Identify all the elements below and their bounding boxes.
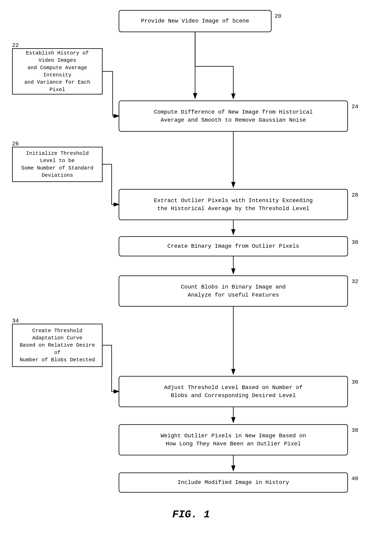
label-24: 24 bbox=[352, 104, 358, 110]
box-32-label: Count Blobs in Binary Image andAnalyze f… bbox=[181, 283, 286, 299]
label-32: 32 bbox=[352, 278, 358, 285]
box-24: Compute Difference of New Image from His… bbox=[119, 101, 348, 132]
box-20-label: Provide New Video Image of Scene bbox=[141, 17, 249, 25]
label-36: 36 bbox=[352, 379, 358, 385]
box-36: Adjust Threshold Level Based on Number o… bbox=[119, 376, 348, 407]
label-38: 38 bbox=[352, 427, 358, 433]
box-30: Create Binary Image from Outlier Pixels bbox=[119, 236, 348, 256]
label-30: 30 bbox=[352, 239, 358, 246]
box-28: Extract Outlier Pixels with Intensity Ex… bbox=[119, 189, 348, 220]
label-40: 40 bbox=[352, 476, 358, 482]
box-28-label: Extract Outlier Pixels with Intensity Ex… bbox=[154, 197, 313, 212]
box-34: Create Threshold Adaptation CurveBased o… bbox=[12, 324, 103, 367]
box-32: Count Blobs in Binary Image andAnalyze f… bbox=[119, 275, 348, 307]
figure-label: FIG. 1 bbox=[151, 509, 231, 520]
box-40: Include Modified Image in History bbox=[119, 473, 348, 493]
label-26: 26 bbox=[12, 141, 19, 147]
box-26: Initialize Threshold Level to beSome Num… bbox=[12, 147, 103, 182]
box-22-label: Establish History of Video Imagesand Com… bbox=[17, 50, 98, 93]
label-20: 20 bbox=[275, 13, 281, 19]
box-36-label: Adjust Threshold Level Based on Number o… bbox=[164, 384, 303, 399]
box-22: Establish History of Video Imagesand Com… bbox=[12, 48, 103, 94]
box-30-label: Create Binary Image from Outlier Pixels bbox=[167, 242, 299, 250]
box-26-label: Initialize Threshold Level to beSome Num… bbox=[17, 150, 98, 179]
box-20: Provide New Video Image of Scene bbox=[119, 10, 271, 32]
diagram-container: Provide New Video Image of Scene 20 Esta… bbox=[0, 0, 392, 533]
box-40-label: Include Modified Image in History bbox=[177, 478, 289, 486]
label-22: 22 bbox=[12, 42, 19, 48]
box-34-label: Create Threshold Adaptation CurveBased o… bbox=[17, 327, 98, 364]
box-38: Weight Outlier Pixels in New Image Based… bbox=[119, 424, 348, 455]
box-24-label: Compute Difference of New Image from His… bbox=[154, 108, 313, 124]
box-38-label: Weight Outlier Pixels in New Image Based… bbox=[161, 432, 306, 448]
label-28: 28 bbox=[352, 192, 358, 198]
label-34: 34 bbox=[12, 318, 19, 324]
